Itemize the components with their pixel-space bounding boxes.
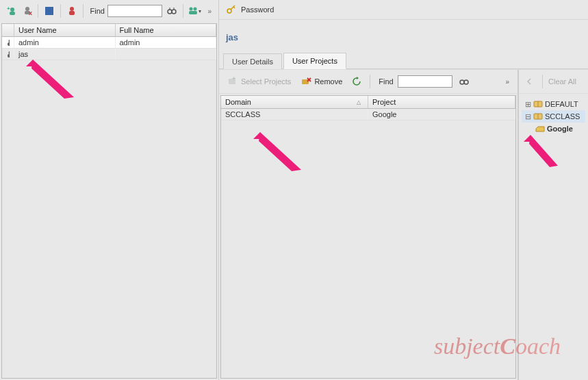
toolbar-separator bbox=[38, 4, 38, 18]
svg-point-16 bbox=[9, 40, 10, 43]
svg-point-9 bbox=[168, 10, 172, 14]
expanded-icon: ⊟ bbox=[524, 111, 531, 122]
delete-user-button[interactable]: x bbox=[21, 3, 34, 18]
users-table-header-fullname[interactable]: Full Name bbox=[116, 24, 217, 36]
password-label[interactable]: Password bbox=[241, 5, 274, 14]
users-table-icon-col[interactable] bbox=[2, 24, 14, 36]
binoculars-icon bbox=[459, 76, 470, 87]
users-table: User Name Full Name admin admin jas bbox=[1, 23, 217, 379]
projects-find-input[interactable] bbox=[398, 75, 452, 88]
svg-point-0 bbox=[10, 8, 14, 12]
toolbar-separator bbox=[183, 4, 183, 18]
tab-user-details[interactable]: User Details bbox=[223, 53, 282, 69]
delete-user-icon: x bbox=[22, 5, 33, 16]
user-row-username: admin bbox=[14, 37, 116, 48]
projects-overflow-chevron[interactable]: » bbox=[502, 78, 512, 86]
toolbar-separator bbox=[60, 4, 61, 18]
user-row-fullname: admin bbox=[116, 37, 217, 48]
stop-icon bbox=[44, 5, 55, 16]
person-icon bbox=[6, 38, 10, 47]
overflow-chevron[interactable]: » bbox=[205, 8, 214, 15]
select-projects-button[interactable]: + Select Projects bbox=[225, 75, 294, 88]
group-menu-button[interactable]: ▾ bbox=[187, 3, 202, 18]
domain-tree: ⊞ DEFAULT ⊟ SCCLASS Google bbox=[519, 94, 588, 139]
svg-line-22 bbox=[233, 7, 235, 8]
svg-text:+: + bbox=[232, 76, 235, 82]
toolbar-separator bbox=[370, 75, 370, 88]
svg-rect-19 bbox=[8, 54, 10, 58]
table-row[interactable]: SCCLASS Google bbox=[221, 109, 515, 121]
tree-toolbar: Clear All bbox=[519, 70, 588, 94]
add-user-icon: + bbox=[5, 5, 16, 16]
selected-user-heading: jas bbox=[219, 20, 588, 52]
user-row-username: jas bbox=[14, 49, 116, 60]
remove-project-button[interactable]: Remove bbox=[298, 75, 345, 88]
project-row-domain: SCCLASS bbox=[221, 109, 368, 120]
find-label: Find bbox=[90, 7, 104, 15]
tree-node-label: SCCLASS bbox=[545, 111, 580, 122]
users-table-header-username[interactable]: User Name bbox=[14, 24, 116, 36]
svg-rect-17 bbox=[8, 42, 10, 46]
user-row-icon bbox=[2, 37, 14, 48]
find-button[interactable] bbox=[165, 3, 179, 18]
projects-toolbar: + Select Projects Remove Find bbox=[219, 70, 517, 94]
refresh-button[interactable] bbox=[349, 74, 364, 89]
projects-find-button[interactable] bbox=[457, 74, 472, 89]
svg-rect-6 bbox=[45, 7, 53, 15]
tab-strip: User Details User Projects bbox=[219, 52, 588, 69]
projects-header-project[interactable]: Project bbox=[368, 96, 515, 108]
user-row-fullname bbox=[116, 49, 217, 60]
tree-left-button[interactable] bbox=[522, 74, 537, 89]
stop-button[interactable] bbox=[42, 3, 56, 18]
svg-point-30 bbox=[464, 80, 468, 84]
svg-text:+: + bbox=[7, 5, 10, 12]
projects-find-label: Find bbox=[379, 77, 393, 86]
person-icon bbox=[6, 50, 10, 58]
svg-point-18 bbox=[9, 51, 10, 55]
domain-icon bbox=[533, 112, 543, 121]
toolbar-separator bbox=[83, 4, 84, 18]
projects-table: Domain △ Project SCCLASS Google bbox=[220, 95, 516, 379]
users-toolbar: + x Find ▾ » bbox=[0, 0, 218, 22]
tree-node-label: Google bbox=[547, 123, 573, 134]
svg-rect-15 bbox=[189, 11, 197, 14]
table-row[interactable]: admin admin bbox=[2, 37, 216, 49]
sort-asc-icon: △ bbox=[357, 99, 363, 105]
remove-project-icon bbox=[301, 76, 311, 87]
tree-node-google[interactable]: Google bbox=[522, 123, 585, 135]
key-icon bbox=[226, 4, 237, 15]
projects-header-domain[interactable]: Domain △ bbox=[221, 96, 368, 108]
toolbar-separator bbox=[542, 75, 543, 88]
table-row[interactable]: jas bbox=[2, 49, 216, 60]
project-icon bbox=[535, 125, 545, 133]
svg-rect-1 bbox=[10, 12, 15, 15]
user-profile-button[interactable] bbox=[65, 3, 79, 18]
refresh-icon bbox=[351, 76, 362, 87]
domain-icon bbox=[533, 100, 543, 108]
user-row-icon bbox=[2, 49, 14, 60]
select-projects-label: Select Projects bbox=[241, 77, 291, 86]
chevron-left-icon bbox=[525, 77, 533, 86]
clear-all-button[interactable]: Clear All bbox=[548, 77, 576, 86]
user-red-icon bbox=[66, 5, 77, 16]
svg-point-13 bbox=[190, 8, 193, 11]
binoculars-icon bbox=[166, 5, 177, 16]
svg-point-29 bbox=[460, 80, 464, 84]
svg-marker-28 bbox=[357, 77, 359, 79]
find-input[interactable] bbox=[107, 5, 162, 17]
tab-user-projects[interactable]: User Projects bbox=[283, 53, 346, 69]
project-row-project: Google bbox=[368, 109, 515, 120]
collapsed-icon: ⊞ bbox=[524, 99, 531, 110]
tree-node-default[interactable]: ⊞ DEFAULT bbox=[522, 98, 585, 110]
svg-rect-8 bbox=[69, 11, 75, 15]
svg-point-10 bbox=[172, 10, 176, 14]
group-icon bbox=[188, 5, 199, 16]
svg-point-14 bbox=[194, 8, 197, 11]
tree-node-scclass[interactable]: ⊟ SCCLASS bbox=[522, 110, 585, 123]
remove-project-label: Remove bbox=[314, 77, 342, 86]
add-user-button[interactable]: + bbox=[4, 3, 18, 18]
svg-point-7 bbox=[70, 7, 74, 11]
password-toolbar: Password bbox=[219, 0, 588, 20]
svg-text:x: x bbox=[29, 10, 32, 16]
select-projects-icon: + bbox=[227, 76, 238, 87]
